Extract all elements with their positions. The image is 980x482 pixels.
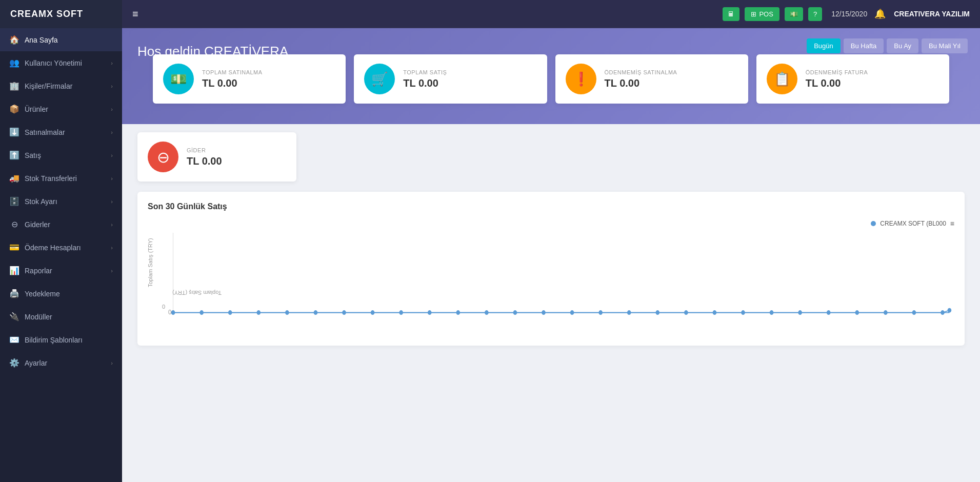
sidebar-item-kisiler-firmalar[interactable]: 🏢 Kişiler/Firmalar › <box>0 74 122 97</box>
sidebar-item-urunler[interactable]: 📦 Ürünler › <box>0 97 122 120</box>
chart-section: Son 30 Günlük Satış CREAMX SOFT (BL000 ≡… <box>137 192 965 346</box>
stat-icon-gider: ⊖ <box>148 142 178 172</box>
chart-zero-label: 0 <box>162 304 165 310</box>
sidebar-icon-odeme-hesaplari: 💳 <box>9 243 19 252</box>
chevron-icon-stok-ayari: › <box>111 198 113 205</box>
sidebar-label-stok-ayari: Stok Ayarı <box>25 197 57 206</box>
svg-point-28 <box>912 310 916 315</box>
cash-button[interactable]: 💵 <box>785 7 803 21</box>
stat-icon-odenmemis-satinalma: ❗ <box>566 64 596 94</box>
sidebar-label-giderler: Giderler <box>25 220 50 229</box>
sidebar-icon-ana-sayfa: 🏠 <box>9 35 19 45</box>
welcome-banner: Hoş geldin CREATİVERA, BugünBu HaftaBu A… <box>122 28 980 124</box>
sidebar-label-satinalmalar: Satınalmalar <box>25 128 65 136</box>
sidebar-item-raporlar[interactable]: 📊 Raporlar › <box>0 259 122 282</box>
sidebar-item-satinalmalar[interactable]: ⬇️ Satınalmalar › <box>0 120 122 144</box>
period-btn-2[interactable]: Bu Ay <box>887 38 918 53</box>
sidebar-item-ana-sayfa[interactable]: 🏠 Ana Sayfa <box>0 28 122 51</box>
svg-point-22 <box>741 310 745 315</box>
sidebar-item-giderler[interactable]: ⊖ Giderler › <box>0 213 122 236</box>
sidebar-label-urunler: Ürünler <box>25 105 48 113</box>
sidebar-label-stok-transferleri: Stok Transferleri <box>25 174 77 183</box>
sidebar-item-satis[interactable]: ⬆️ Satış › <box>0 144 122 167</box>
y-axis-label: Toplam Satış (TRY) <box>172 290 222 296</box>
sidebar-item-kullanici-yonetimi[interactable]: 👥 Kullanıcı Yönetimi › <box>0 51 122 74</box>
stat-label-toplam-satis: TOPLAM SATIŞ <box>403 69 447 75</box>
sidebar-item-moduller[interactable]: 🔌 Modüller <box>0 305 122 328</box>
sidebar-label-yedekleme: Yedekleme <box>25 290 60 298</box>
legend-label: CREAMX SOFT (BL000 <box>880 220 946 227</box>
svg-point-21 <box>713 310 717 315</box>
stat-value-odenmemis-fatura: TL 0.00 <box>806 77 868 89</box>
svg-point-19 <box>655 310 659 315</box>
calculator-button[interactable]: 🖩 <box>723 7 739 21</box>
svg-point-17 <box>598 310 603 315</box>
svg-point-24 <box>798 310 802 315</box>
svg-point-16 <box>570 310 574 315</box>
help-button[interactable]: ? <box>808 7 822 21</box>
pos-button[interactable]: ⊞ POS <box>745 7 779 21</box>
svg-point-15 <box>542 310 546 315</box>
header-left: ≡ <box>132 8 138 20</box>
period-btn-0[interactable]: Bugün <box>807 38 841 53</box>
stat-card-gider: ⊖ GİDER TL 0.00 <box>137 132 296 182</box>
chevron-icon-odeme-hesaplari: › <box>111 245 113 251</box>
svg-point-7 <box>314 310 318 315</box>
chart-title: Son 30 Günlük Satış <box>148 202 954 211</box>
sidebar-label-bildirim-sablonlari: Bildirim Şablonları <box>25 336 83 344</box>
period-buttons: BugünBu HaftaBu AyBu Mali Yıl <box>807 38 968 53</box>
chevron-icon-ayarlar: › <box>111 360 113 366</box>
stat-value-toplam-satinalma: TL 0.00 <box>202 77 263 89</box>
svg-point-25 <box>827 310 831 315</box>
svg-point-11 <box>428 310 432 315</box>
svg-point-3 <box>199 310 204 315</box>
chart-svg: 0 <box>168 233 954 335</box>
notification-bell-icon[interactable]: 🔔 <box>874 8 886 19</box>
content-area: Hoş geldin CREATİVERA, BugünBu HaftaBu A… <box>122 28 980 482</box>
sidebar-item-stok-transferleri[interactable]: 🚚 Stok Transferleri › <box>0 167 122 190</box>
svg-point-8 <box>342 310 346 315</box>
sidebar-icon-stok-ayari: 🗄️ <box>9 196 19 206</box>
legend-icon: ≡ <box>950 219 954 228</box>
period-btn-3[interactable]: Bu Mali Yıl <box>922 38 968 53</box>
pos-label: POS <box>759 10 773 18</box>
stat-icon-odenmemis-fatura: 📋 <box>767 64 797 94</box>
sidebar-label-ana-sayfa: Ana Sayfa <box>25 36 58 44</box>
stat-icon-toplam-satis: 🛒 <box>364 64 395 94</box>
sidebar-item-yedekleme[interactable]: 🖨️ Yedekleme <box>0 282 122 305</box>
sidebar-label-moduller: Modüller <box>25 313 52 321</box>
hamburger-icon[interactable]: ≡ <box>132 8 138 20</box>
header: ≡ 🖩 ⊞ POS 💵 ? 12/15/2020 🔔 CREATIVERA YA… <box>122 0 980 28</box>
stat-card-toplam-satis: 🛒 TOPLAM SATIŞ TL 0.00 <box>354 54 547 104</box>
sidebar-label-odeme-hesaplari: Ödeme Hesapları <box>25 244 81 252</box>
sidebar-label-raporlar: Raporlar <box>25 267 52 275</box>
svg-text:0: 0 <box>168 308 171 316</box>
chevron-icon-kullanici-yonetimi: › <box>111 60 113 66</box>
svg-point-26 <box>855 310 859 315</box>
period-btn-1[interactable]: Bu Hafta <box>844 38 884 53</box>
y-axis-label-text: Toplam Satış (TRY) <box>147 238 153 287</box>
stat-card-odenmemis-satinalma: ❗ ÖDENMEMİŞ SATINALMA TL 0.00 <box>555 54 748 104</box>
chevron-icon-raporlar: › <box>111 268 113 274</box>
sidebar-item-bildirim-sablonlari[interactable]: ✉️ Bildirim Şablonları <box>0 328 122 351</box>
stat-value-toplam-satis: TL 0.00 <box>403 77 447 89</box>
sidebar-icon-stok-transferleri: 🚚 <box>9 173 19 183</box>
main-area: ≡ 🖩 ⊞ POS 💵 ? 12/15/2020 🔔 CREATIVERA YA… <box>122 0 980 482</box>
chart-container: 0 Toplam Satış (TRY) <box>148 233 954 335</box>
svg-point-20 <box>684 310 688 315</box>
header-right: 🖩 ⊞ POS 💵 ? 12/15/2020 🔔 CREATIVERA YAZI… <box>723 7 970 21</box>
sidebar-icon-yedekleme: 🖨️ <box>9 289 19 298</box>
stat-value-odenmemis-satinalma: TL 0.00 <box>605 77 677 89</box>
chart-legend: CREAMX SOFT (BL000 ≡ <box>148 219 954 228</box>
sidebar-item-odeme-hesaplari[interactable]: 💳 Ödeme Hesapları › <box>0 236 122 259</box>
svg-point-27 <box>884 310 888 315</box>
sidebar-item-ayarlar[interactable]: ⚙️ Ayarlar › <box>0 351 122 374</box>
sidebar-label-satis: Satış <box>25 151 41 159</box>
svg-point-9 <box>371 310 375 315</box>
header-username: CREATIVERA YAZILIM <box>894 10 970 18</box>
sidebar-icon-moduller: 🔌 <box>9 312 19 322</box>
stat-label-odenmemis-fatura: ÖDENMEMİŞ FATURA <box>806 69 868 75</box>
stats-row: 💵 TOPLAM SATINALMA TL 0.00 🛒 TOPLAM SATI… <box>137 54 965 104</box>
svg-point-10 <box>399 310 403 315</box>
sidebar-item-stok-ayari[interactable]: 🗄️ Stok Ayarı › <box>0 190 122 213</box>
